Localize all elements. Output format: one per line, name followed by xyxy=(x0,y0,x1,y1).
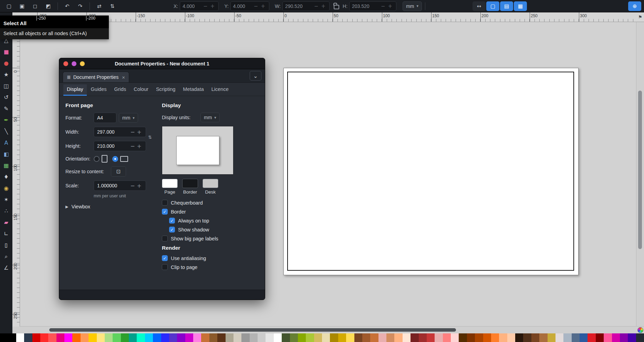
x-input[interactable]: 4.000 − + xyxy=(180,1,219,11)
palette-swatch[interactable] xyxy=(145,333,153,342)
rectangle-tool[interactable]: ■ xyxy=(1,47,12,57)
invert-selection-button[interactable]: ◩ xyxy=(42,1,54,11)
document-properties-tab[interactable]: ≣ Document Properties × xyxy=(63,72,129,82)
height-input[interactable]: 210.000 − + xyxy=(94,141,146,151)
palette-swatch[interactable] xyxy=(346,333,354,342)
palette-swatch[interactable] xyxy=(596,333,604,342)
dialog-titlebar[interactable]: Document Properties - New document 1 xyxy=(59,58,265,69)
swatch-desk-color[interactable] xyxy=(202,179,218,188)
palette-swatch[interactable] xyxy=(161,333,169,342)
palette-swatch[interactable] xyxy=(563,333,571,342)
swatch-desk[interactable]: Desk xyxy=(202,179,218,195)
palette-swatch[interactable] xyxy=(274,333,282,342)
palette-swatch[interactable] xyxy=(330,333,338,342)
palette-swatch[interactable] xyxy=(507,333,515,342)
palette-swatch[interactable] xyxy=(266,333,273,342)
palette-swatch[interactable] xyxy=(588,333,595,342)
tweak-tool[interactable]: ✶ xyxy=(1,195,12,205)
select-all-layers-button[interactable]: ▣ xyxy=(16,1,28,11)
pencil-tool[interactable]: ✎ xyxy=(1,104,12,114)
h-input[interactable]: 203.520 − + xyxy=(349,1,396,11)
checkbox-always-on-top[interactable]: ✓ xyxy=(169,218,175,224)
spray-tool[interactable]: ∴ xyxy=(1,206,12,216)
palette-swatch[interactable] xyxy=(435,333,443,342)
palette-swatch[interactable] xyxy=(483,333,491,342)
measure-tool[interactable]: ∠ xyxy=(1,263,12,273)
snapping-toggle[interactable]: ⊕ xyxy=(628,1,641,11)
height-decrement-button[interactable]: − xyxy=(129,143,136,149)
color-management-icon[interactable] xyxy=(637,327,643,333)
palette-swatch[interactable] xyxy=(427,333,435,342)
tab-licence[interactable]: Licence xyxy=(208,84,232,96)
width-increment-button[interactable]: + xyxy=(136,129,143,135)
palette-swatch[interactable] xyxy=(523,333,531,342)
width-input[interactable]: 297.000 − + xyxy=(94,127,146,137)
y-increment-button[interactable]: + xyxy=(259,3,267,9)
palette-swatch[interactable] xyxy=(258,333,266,342)
flip-horizontal-button[interactable]: ⇄ xyxy=(93,1,105,11)
palette-swatch[interactable] xyxy=(338,333,346,342)
checkbox-use-antialiasing[interactable]: ✓ xyxy=(162,255,168,261)
palette-swatch[interactable] xyxy=(56,333,64,342)
dialog-menu-chevron[interactable]: ⌄ xyxy=(250,71,261,81)
flip-vertical-button[interactable]: ⇅ xyxy=(106,1,118,11)
scale-increment-button[interactable]: + xyxy=(136,183,143,189)
dropper-tool[interactable]: ♦ xyxy=(1,172,12,182)
palette-swatch[interactable] xyxy=(459,333,467,342)
palette-swatch[interactable] xyxy=(419,333,427,342)
palette-swatch[interactable] xyxy=(113,333,121,342)
scale-decrement-button[interactable]: − xyxy=(129,183,136,189)
gradient-tool[interactable]: ◧ xyxy=(1,149,12,159)
checkbox-chequerboard[interactable] xyxy=(162,200,168,206)
swatch-page-color[interactable] xyxy=(162,179,178,188)
palette-swatch[interactable] xyxy=(24,333,32,342)
display-units-dropdown[interactable]: mm ▾ xyxy=(200,113,220,122)
spiral-tool[interactable]: ↺ xyxy=(1,92,12,103)
mesh-gradient-tool[interactable]: ▦ xyxy=(1,160,12,171)
eraser-tool[interactable]: ▰ xyxy=(1,217,12,228)
titlebar-maximize-button[interactable] xyxy=(80,61,85,66)
palette-swatch[interactable] xyxy=(40,333,48,342)
scale-stroke-toggle[interactable]: ▢ xyxy=(486,1,499,11)
palette-swatch[interactable] xyxy=(403,333,411,342)
palette-swatch[interactable] xyxy=(386,333,394,342)
palette-swatch[interactable] xyxy=(250,333,258,342)
paint-bucket-tool[interactable]: ◉ xyxy=(1,183,12,194)
tab-guides[interactable]: Guides xyxy=(87,84,110,96)
pages-tool[interactable]: ▯ xyxy=(1,240,12,250)
palette-swatch[interactable] xyxy=(354,333,362,342)
transform-gradients-toggle[interactable]: ▤ xyxy=(500,1,513,11)
palette-swatch[interactable] xyxy=(217,333,225,342)
palette-swatch[interactable] xyxy=(185,333,193,342)
palette-swatch[interactable] xyxy=(548,333,555,342)
format-units-dropdown[interactable]: mm ▾ xyxy=(119,113,138,123)
palette-swatch[interactable] xyxy=(97,333,105,342)
palette-swatch[interactable] xyxy=(467,333,475,342)
palette-swatch[interactable] xyxy=(241,333,249,342)
palette-swatch[interactable] xyxy=(531,333,539,342)
palette-swatch[interactable] xyxy=(306,333,314,342)
tab-grids[interactable]: Grids xyxy=(111,84,130,96)
palette-swatch[interactable] xyxy=(169,333,177,342)
vertical-scrollbar-thumb[interactable] xyxy=(638,91,642,249)
move-as-group-toggle[interactable]: ↔ xyxy=(472,1,486,11)
text-tool[interactable]: A xyxy=(1,138,12,148)
width-decrement-button[interactable]: − xyxy=(129,129,136,135)
palette-swatch[interactable] xyxy=(201,333,209,342)
y-input[interactable]: 4.000 − + xyxy=(230,1,269,11)
palette-swatch[interactable] xyxy=(604,333,612,342)
palette-swatch[interactable] xyxy=(378,333,386,342)
w-decrement-button[interactable]: − xyxy=(313,3,320,9)
palette-swatch[interactable] xyxy=(89,333,96,342)
w-increment-button[interactable]: + xyxy=(320,3,327,9)
palette-swatch[interactable] xyxy=(0,333,8,342)
x-decrement-button[interactable]: − xyxy=(202,3,209,9)
palette-swatch[interactable] xyxy=(475,333,483,342)
titlebar-minimize-button[interactable] xyxy=(72,61,76,66)
h-increment-button[interactable]: + xyxy=(387,3,394,9)
palette-swatch[interactable] xyxy=(499,333,507,342)
horizontal-scrollbar-thumb[interactable] xyxy=(49,328,456,332)
palette-swatch[interactable] xyxy=(628,333,636,342)
landscape-radio[interactable] xyxy=(112,156,118,162)
palette-swatch[interactable] xyxy=(153,333,161,342)
